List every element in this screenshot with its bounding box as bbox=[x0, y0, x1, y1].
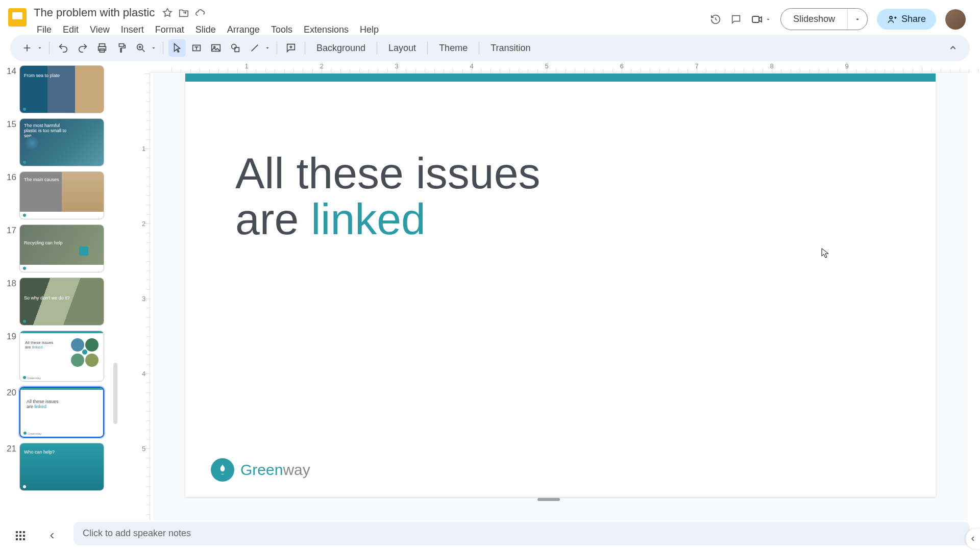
svg-rect-16 bbox=[23, 535, 25, 537]
slide-logo[interactable]: Greenway bbox=[211, 458, 310, 482]
slide-number: 15 bbox=[4, 118, 16, 130]
menu-edit[interactable]: Edit bbox=[58, 22, 84, 37]
slide-number: 21 bbox=[4, 443, 16, 454]
toolbar: Background Layout Theme Transition bbox=[10, 35, 970, 61]
leaf-icon bbox=[211, 458, 234, 482]
comments-icon[interactable] bbox=[730, 14, 742, 25]
background-button[interactable]: Background bbox=[310, 40, 372, 57]
account-avatar[interactable] bbox=[945, 9, 966, 30]
theme-button[interactable]: Theme bbox=[433, 40, 474, 57]
slide-thumbnail-19[interactable]: All these issuesare linked Greenway bbox=[19, 331, 104, 382]
menu-arrange[interactable]: Arrange bbox=[222, 22, 265, 37]
main-area: 14 From sea to plate 15 The most harmful… bbox=[0, 61, 980, 551]
svg-rect-19 bbox=[23, 538, 25, 540]
line-tool[interactable] bbox=[246, 39, 263, 57]
header: The problem with plastic File Edit View … bbox=[0, 0, 980, 33]
slideshow-group: Slideshow bbox=[780, 8, 868, 30]
slide-thumbnail-18[interactable]: So why don't we do it? bbox=[19, 278, 104, 325]
notes-resize-handle[interactable] bbox=[537, 498, 560, 501]
meet-button[interactable] bbox=[751, 13, 771, 26]
zoom-button[interactable] bbox=[132, 39, 150, 57]
speaker-notes-input[interactable]: Click to add speaker notes bbox=[74, 522, 970, 545]
menu-help[interactable]: Help bbox=[355, 22, 384, 37]
redo-button[interactable] bbox=[74, 39, 91, 57]
undo-button[interactable] bbox=[55, 39, 72, 57]
svg-rect-14 bbox=[16, 535, 18, 537]
history-icon[interactable] bbox=[710, 14, 721, 25]
slideshow-options-caret[interactable] bbox=[847, 9, 867, 30]
line-caret[interactable] bbox=[263, 45, 272, 51]
slide-number: 20 bbox=[4, 387, 16, 398]
menu-bar: File Edit View Insert Format Slide Arran… bbox=[32, 20, 710, 37]
canvas-wrap: 123456789 12345 All these issues are lin… bbox=[117, 61, 980, 551]
grid-view-button[interactable] bbox=[9, 524, 32, 547]
slide-number: 19 bbox=[4, 331, 16, 342]
transition-button[interactable]: Transition bbox=[484, 40, 536, 57]
paint-format-button[interactable] bbox=[113, 39, 130, 57]
menu-extensions[interactable]: Extensions bbox=[299, 22, 354, 37]
slide-thumbnail-14[interactable]: From sea to plate bbox=[19, 65, 104, 113]
slide-thumbnail-21[interactable]: Who can help? bbox=[19, 443, 104, 491]
menu-file[interactable]: File bbox=[32, 22, 57, 37]
vertical-ruler[interactable]: 12345 bbox=[140, 72, 150, 551]
svg-rect-11 bbox=[16, 531, 18, 533]
menu-view[interactable]: View bbox=[85, 22, 115, 37]
menu-tools[interactable]: Tools bbox=[266, 22, 298, 37]
svg-rect-15 bbox=[19, 535, 21, 537]
collapse-filmstrip-button[interactable] bbox=[41, 524, 63, 547]
logo-text: Greenway bbox=[240, 461, 310, 479]
svg-rect-18 bbox=[19, 538, 21, 540]
image-tool[interactable] bbox=[207, 39, 225, 57]
slide-number: 16 bbox=[4, 171, 16, 183]
slide-thumbnail-15[interactable]: The most harmful plastic is too small to… bbox=[19, 118, 104, 166]
slide-number: 14 bbox=[4, 65, 16, 77]
comment-add-button[interactable] bbox=[282, 39, 300, 57]
slide-number: 17 bbox=[4, 224, 16, 236]
select-tool[interactable] bbox=[168, 39, 186, 57]
menu-format[interactable]: Format bbox=[150, 22, 189, 37]
slide-number: 18 bbox=[4, 278, 16, 289]
new-slide-button[interactable] bbox=[18, 39, 36, 57]
svg-rect-13 bbox=[23, 531, 25, 533]
slide-thumbnail-20[interactable]: All these issuesare linked Greenway bbox=[19, 387, 104, 438]
cursor-icon bbox=[821, 248, 829, 260]
cloud-saved-icon[interactable] bbox=[194, 7, 206, 18]
horizontal-ruler[interactable]: 123456789 bbox=[150, 61, 970, 72]
svg-point-9 bbox=[232, 44, 236, 49]
slideshow-button[interactable]: Slideshow bbox=[781, 9, 847, 30]
svg-point-1 bbox=[890, 16, 892, 19]
bottom-bar: Click to add speaker notes bbox=[0, 520, 980, 551]
print-button[interactable] bbox=[93, 39, 111, 57]
move-folder-icon[interactable] bbox=[178, 7, 189, 18]
slides-app-icon[interactable] bbox=[5, 5, 30, 30]
slide-heading[interactable]: All these issues are linked bbox=[235, 150, 541, 242]
svg-rect-0 bbox=[752, 16, 759, 22]
slide-canvas[interactable]: All these issues are linked Greenway bbox=[185, 73, 936, 497]
textbox-tool[interactable] bbox=[188, 39, 205, 57]
share-button[interactable]: Share bbox=[877, 9, 936, 30]
svg-rect-12 bbox=[19, 531, 21, 533]
layout-button[interactable]: Layout bbox=[382, 40, 422, 57]
slide-thumbnail-17[interactable]: Recycling can help bbox=[19, 224, 104, 272]
svg-rect-17 bbox=[16, 538, 18, 540]
doc-title[interactable]: The problem with plastic bbox=[32, 5, 157, 20]
filmstrip[interactable]: 14 From sea to plate 15 The most harmful… bbox=[0, 61, 117, 551]
shape-tool[interactable] bbox=[227, 39, 244, 57]
menu-insert[interactable]: Insert bbox=[116, 22, 149, 37]
slide-accent-bar bbox=[185, 73, 936, 82]
canvas-area[interactable]: All these issues are linked Greenway bbox=[153, 73, 968, 551]
collapse-toolbar-button[interactable] bbox=[944, 39, 962, 57]
zoom-caret[interactable] bbox=[150, 45, 158, 51]
slide-thumbnail-16[interactable]: The main causes bbox=[19, 171, 104, 219]
share-label: Share bbox=[901, 14, 926, 24]
menu-slide[interactable]: Slide bbox=[190, 22, 221, 37]
star-icon[interactable] bbox=[162, 7, 173, 18]
new-slide-caret[interactable] bbox=[36, 45, 44, 51]
